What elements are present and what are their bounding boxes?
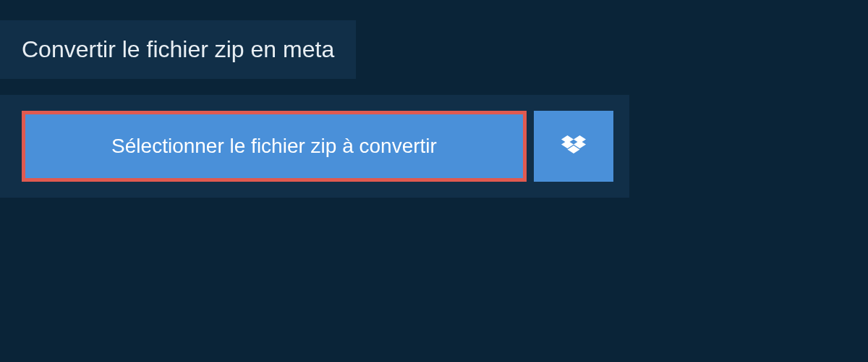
dropbox-button[interactable] <box>534 111 613 182</box>
dropbox-icon <box>561 135 586 157</box>
upload-panel: Sélectionner le fichier zip à convertir <box>0 95 629 198</box>
select-file-label: Sélectionner le fichier zip à convertir <box>111 135 437 157</box>
button-row: Sélectionner le fichier zip à convertir <box>22 111 613 182</box>
page-header: Convertir le fichier zip en meta <box>0 20 356 79</box>
select-file-button[interactable]: Sélectionner le fichier zip à convertir <box>22 111 527 182</box>
page-title: Convertir le fichier zip en meta <box>22 36 334 63</box>
